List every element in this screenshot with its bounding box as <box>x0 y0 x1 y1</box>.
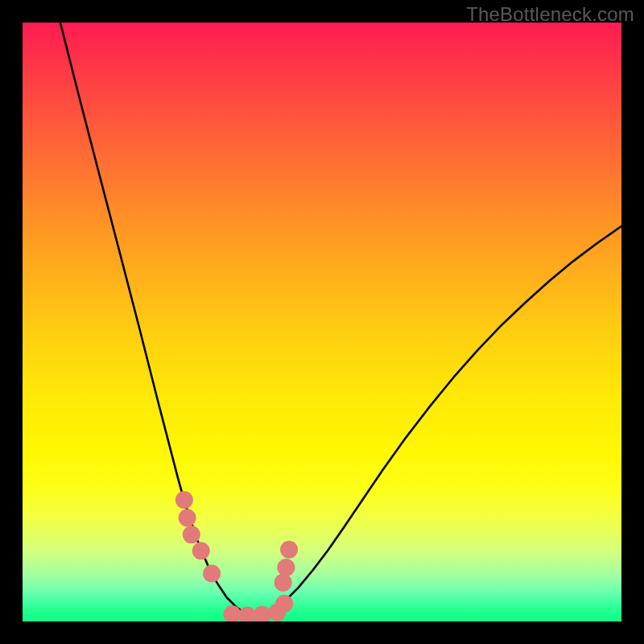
bottleneck-marker <box>254 606 271 621</box>
bottleneck-marker <box>192 542 210 559</box>
bottleneck-marker <box>203 564 221 582</box>
bottleneck-marker <box>280 541 298 559</box>
bottleneck-marker <box>179 509 196 526</box>
marker-group <box>175 491 298 621</box>
bottleneck-marker <box>183 526 200 543</box>
bottleneck-marker <box>275 595 293 613</box>
right-curve-line <box>253 226 621 620</box>
plot-area <box>23 23 621 621</box>
bottleneck-marker <box>175 491 193 509</box>
bottleneck-marker <box>277 559 295 576</box>
chart-frame: TheBottleneck.com <box>0 0 644 644</box>
bottleneck-marker <box>275 574 292 592</box>
chart-svg <box>23 23 621 621</box>
left-curve-line <box>60 23 267 621</box>
